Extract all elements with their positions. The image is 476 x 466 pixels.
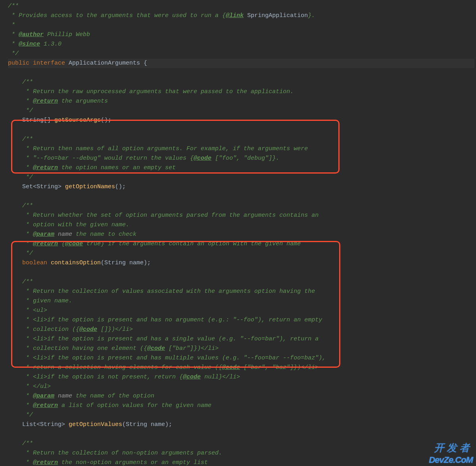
interface-name: ApplicationArguments: [69, 60, 140, 67]
since-tag: @since: [19, 41, 40, 48]
m3-doc-l1: Return whether the set of option argumen…: [33, 212, 319, 219]
javadoc-link-target: SpringApplication: [247, 12, 308, 19]
return-tag: @return: [33, 459, 58, 466]
code-tag: @code: [65, 241, 83, 247]
since-version: 1.3.0: [44, 41, 61, 48]
m4-doc-l1: Return the collection of values associat…: [33, 288, 315, 295]
code-viewer[interactable]: /** * Provides access to the arguments t…: [0, 0, 476, 466]
method-getOptionNames: getOptionNames: [65, 183, 115, 190]
m2-doc-l1: Return then names of all option argument…: [33, 145, 308, 152]
kw-interface: interface: [33, 60, 65, 67]
code-tag: @code: [194, 155, 211, 162]
code-tag: @code: [79, 326, 97, 333]
author-tag: @author: [19, 31, 44, 38]
param-tag: @param: [33, 231, 54, 238]
return-tag: @return: [33, 164, 58, 171]
return-tag: @return: [33, 241, 58, 247]
watermark-cn: 开发者: [434, 441, 472, 455]
param-tag: @param: [33, 393, 54, 399]
return-tag: @return: [33, 98, 58, 105]
method-containsOption: containsOption: [51, 260, 101, 266]
method-getSourceArgs: getSourceArgs: [54, 117, 101, 124]
watermark-en: DevZe.CoM: [429, 455, 473, 465]
m5-doc: Return the collection of non-option argu…: [33, 450, 222, 456]
author-name: Phillip Webb: [47, 31, 90, 38]
code-tag: @code: [183, 374, 201, 380]
method-getOptionValues: getOptionValues: [69, 421, 122, 428]
code-tag: @code: [147, 345, 165, 352]
class-doc: Provides access to the arguments that we…: [19, 12, 222, 19]
javadoc-link-tag: @link: [226, 12, 244, 19]
code-tag: @code: [222, 364, 240, 371]
kw-public: public: [8, 60, 29, 67]
m1-doc: Return the raw unprocessed arguments tha…: [33, 88, 294, 95]
return-tag: @return: [33, 402, 58, 409]
